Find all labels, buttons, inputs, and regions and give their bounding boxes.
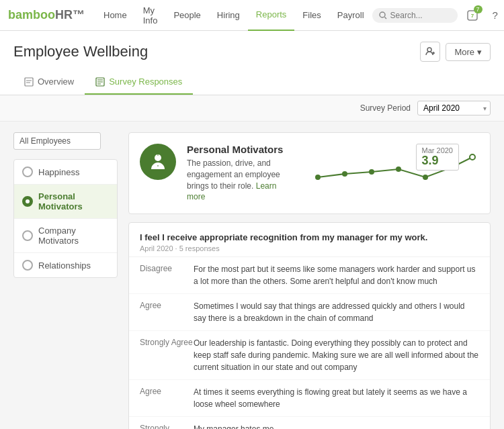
chevron-down-icon: ▾: [477, 47, 482, 57]
motivators-card: Personal Motivators The passion, drive, …: [128, 132, 491, 214]
overview-icon: [24, 77, 34, 87]
employee-filter-input[interactable]: [13, 132, 101, 150]
person-star-icon: [148, 152, 168, 172]
svg-line-1: [384, 17, 386, 19]
relationships-dot: [22, 260, 33, 271]
response-label-2: Strongly Agree: [140, 337, 194, 373]
search-input[interactable]: [390, 11, 451, 20]
survey-meta: April 2020 · 5 responses: [140, 244, 479, 252]
tab-survey-responses[interactable]: Survey Responses: [85, 70, 193, 95]
response-label-0: Disagree: [140, 263, 194, 287]
svg-point-23: [470, 154, 475, 160]
logo-black: HR: [55, 8, 73, 21]
notification-badge: 7: [474, 5, 482, 13]
motivators-card-inner: Personal Motivators The passion, drive, …: [129, 133, 490, 213]
survey-title-bar: I feel I receive appropriate recognition…: [129, 223, 490, 257]
svg-point-18: [342, 171, 347, 177]
response-row: Agree At times it seems everything is fl…: [129, 380, 490, 417]
sidebar-menu: Happiness Personal Motivators Company Mo…: [13, 159, 118, 278]
response-row: Strongly Agree Our leadership is fantast…: [129, 331, 490, 380]
nav-hiring[interactable]: Hiring: [209, 0, 248, 31]
svg-point-21: [423, 175, 428, 180]
nav-right: 7 7 ? ⚙ 👤: [372, 6, 504, 25]
company-motivators-dot: [22, 230, 33, 241]
nav-links: Home My Info People Hiring Reports Files…: [95, 0, 372, 31]
svg-point-0: [380, 12, 385, 17]
svg-point-20: [396, 166, 401, 172]
survey-period-bar: Survey Period April 2020 March 2020 Febr…: [0, 95, 504, 122]
main-content: Happiness Personal Motivators Company Mo…: [0, 122, 504, 429]
nav-payroll[interactable]: Payroll: [329, 0, 372, 31]
motivators-info: Personal Motivators The passion, drive, …: [187, 144, 294, 203]
svg-point-17: [315, 175, 321, 180]
chart-tooltip: Mar 2020 3.9: [416, 144, 459, 171]
response-row: Disagree For the most part but it seems …: [129, 257, 490, 294]
response-label-4: Strongly Disagree: [140, 423, 194, 429]
nav-myinfo[interactable]: My Info: [135, 0, 166, 31]
response-text-3: At times it seems everything is flowing …: [194, 386, 479, 410]
logo-green: bamboo: [8, 8, 55, 21]
sidebar-item-personal-motivators[interactable]: Personal Motivators: [14, 185, 117, 219]
person-add-icon: [425, 46, 435, 57]
nav-people[interactable]: People: [165, 0, 208, 31]
notifications-icon[interactable]: 7 7: [464, 7, 480, 23]
sidebar-item-happiness[interactable]: Happiness: [14, 160, 117, 185]
sidebar: Happiness Personal Motivators Company Mo…: [13, 132, 118, 429]
svg-rect-7: [25, 78, 33, 86]
survey-period-select-wrap: April 2020 March 2020 February 2020: [417, 101, 491, 115]
nav-reports[interactable]: Reports: [248, 0, 295, 31]
survey-icon: [95, 77, 105, 87]
response-text-2: Our leadership is fantastic. Doing every…: [194, 337, 479, 373]
nav-home[interactable]: Home: [95, 0, 135, 31]
tab-overview[interactable]: Overview: [13, 70, 85, 95]
response-label-3: Agree: [140, 386, 194, 410]
tabs: Overview Survey Responses: [13, 70, 491, 95]
response-text-4: My manager hates me.: [194, 423, 479, 429]
content-area: Personal Motivators The passion, drive, …: [118, 132, 491, 429]
page-title: Employee Wellbeing: [13, 43, 148, 60]
more-button[interactable]: More ▾: [446, 43, 491, 61]
sidebar-item-relationships[interactable]: Relationships: [14, 253, 117, 277]
sidebar-item-company-motivators[interactable]: Company Motivators: [14, 219, 117, 253]
page-header: Employee Wellbeing More ▾ Overview Surve…: [0, 31, 504, 95]
survey-period-select[interactable]: April 2020 March 2020 February 2020: [417, 101, 491, 115]
response-row: Strongly Disagree My manager hates me.: [129, 417, 490, 429]
svg-text:7: 7: [470, 13, 474, 19]
response-text-0: For the most part but it seems like some…: [194, 263, 479, 287]
response-text-1: Sometimes I would say that things are ad…: [194, 300, 479, 324]
response-row: Agree Sometimes I would say that things …: [129, 294, 490, 331]
motivators-description: The passion, drive, and engagement an em…: [187, 158, 294, 203]
motivators-title: Personal Motivators: [187, 144, 294, 155]
svg-point-19: [369, 169, 374, 175]
logo: bambooHR™: [8, 8, 85, 22]
navigation: bambooHR™ Home My Info People Hiring Rep…: [0, 0, 504, 31]
survey-responses-list: Disagree For the most part but it seems …: [129, 257, 490, 429]
sidebar-filter: [13, 132, 118, 150]
search-bar[interactable]: [372, 8, 458, 23]
help-icon[interactable]: ?: [487, 7, 503, 23]
survey-responses-card: I feel I receive appropriate recognition…: [128, 222, 491, 429]
page-title-row: Employee Wellbeing More ▾: [13, 42, 491, 62]
response-label-1: Agree: [140, 300, 194, 324]
nav-files[interactable]: Files: [294, 0, 329, 31]
chart-area: Mar 2020 3.9: [304, 144, 479, 191]
survey-question: I feel I receive appropriate recognition…: [140, 232, 479, 242]
survey-period-label: Survey Period: [360, 103, 411, 113]
header-actions: More ▾: [420, 42, 491, 62]
search-icon: [379, 11, 387, 19]
add-person-button[interactable]: [420, 42, 440, 62]
svg-point-4: [427, 48, 431, 52]
happiness-dot: [22, 166, 33, 177]
motivators-icon: [140, 144, 176, 180]
personal-motivators-dot: [22, 196, 33, 207]
